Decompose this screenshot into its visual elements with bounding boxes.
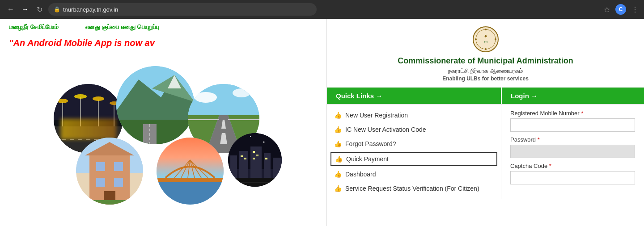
browser-actions: ☆ C ⋮	[604, 4, 639, 15]
link-label-forgot-password: Forgot Password?	[345, 140, 396, 147]
svg-rect-37	[96, 178, 105, 187]
hand-icon-1: 👍	[334, 112, 342, 119]
back-button[interactable]: ←	[5, 5, 16, 13]
link-label-dashboard: Dashboard	[345, 171, 376, 178]
password-input[interactable]	[510, 145, 635, 158]
hand-icon-3: 👍	[334, 140, 342, 147]
hand-icon-5: 👍	[334, 171, 342, 178]
reload-button[interactable]: ↻	[34, 5, 45, 14]
svg-rect-40	[76, 200, 143, 205]
right-panel: ◆ TN Commissionerate of Municipal Admini…	[326, 19, 644, 226]
forward-button[interactable]: →	[20, 5, 30, 13]
left-panel: மழைநீர் சேமிப்போம் எனது குப்பை எனது பொறு…	[0, 19, 326, 226]
hand-icon-4: 👍	[335, 155, 343, 163]
mobile-required: *	[581, 110, 583, 117]
user-avatar: C	[615, 4, 626, 15]
svg-rect-38	[114, 178, 123, 187]
bookmark-icon[interactable]: ☆	[604, 5, 610, 14]
captcha-required: *	[549, 163, 551, 169]
svg-rect-36	[114, 162, 123, 171]
right-content: 👍 New User Registration 👍 IC New User Ac…	[327, 105, 644, 199]
svg-rect-43	[157, 182, 224, 205]
circle-building	[76, 138, 143, 205]
svg-rect-57	[230, 155, 237, 187]
svg-rect-61	[273, 158, 282, 187]
portal-header: ◆ TN Commissionerate of Municipal Admini…	[327, 19, 644, 88]
link-quick-payment[interactable]: 👍 Quick Payment	[330, 152, 497, 166]
mobile-input[interactable]	[510, 118, 635, 132]
svg-point-76	[475, 38, 477, 40]
svg-point-75	[485, 48, 487, 50]
city-images	[9, 57, 318, 200]
garbage-link[interactable]: எனது குப்பை எனது பொறுப்பு	[85, 23, 159, 31]
mobile-label: Registered Mobile Number *	[510, 110, 635, 117]
menu-icon[interactable]: ⋮	[631, 5, 639, 14]
svg-rect-64	[253, 151, 255, 153]
svg-point-53	[237, 139, 237, 140]
svg-rect-66	[253, 158, 255, 159]
marquee-text: "An Android Mobile App is now av	[9, 38, 318, 48]
svg-point-54	[250, 136, 251, 137]
svg-point-7	[93, 96, 104, 101]
main-area: மழைநீர் சேமிப்போம் எனது குப்பை எனது பொறு…	[0, 19, 644, 226]
browser-chrome: ← → ↻ 🔒 tnurbanepay.tn.gov.in ☆ C ⋮	[0, 0, 644, 19]
svg-point-5	[74, 94, 87, 99]
svg-point-55	[263, 142, 265, 143]
top-links: மழைநீர் சேமிப்போம் எனது குப்பை எனது பொறு…	[9, 23, 318, 31]
captcha-label: Captcha Code *	[510, 163, 635, 169]
login-panel: Registered Mobile Number * Password * Ca…	[501, 105, 644, 199]
password-required: *	[538, 136, 540, 143]
portal-subtitle-en: Enabling ULBs for better services	[336, 75, 635, 82]
circle-night-city	[228, 133, 282, 187]
link-label-quick-payment: Quick Payment	[346, 155, 389, 163]
hand-icon-2: 👍	[334, 126, 342, 133]
svg-point-77	[495, 38, 496, 40]
svg-point-23	[233, 88, 250, 97]
svg-point-70	[473, 27, 498, 52]
link-activation-code[interactable]: 👍 IC New User Activation Code	[327, 122, 501, 137]
login-button[interactable]: Login →	[501, 88, 644, 104]
svg-point-56	[272, 137, 273, 138]
rainwater-link[interactable]: மழைநீர் சேமிப்போம்	[9, 23, 59, 31]
url-text: tnurbanepay.tn.gov.in	[63, 6, 118, 13]
svg-rect-63	[244, 158, 246, 159]
svg-point-3	[57, 99, 68, 103]
portal-subtitle-tamil: நகராட்சி நிர்வாக ஆணையரகம்	[336, 67, 635, 75]
lock-icon: 🔒	[54, 6, 60, 13]
quick-links-button[interactable]: Quick Links →	[327, 88, 501, 104]
svg-rect-44	[157, 178, 224, 182]
svg-text:TN: TN	[484, 41, 487, 43]
svg-text:◆: ◆	[484, 34, 487, 38]
svg-rect-65	[256, 155, 258, 156]
link-new-user-registration[interactable]: 👍 New User Registration	[327, 108, 501, 122]
password-label: Password *	[510, 136, 635, 143]
quick-links-list: 👍 New User Registration 👍 IC New User Ac…	[327, 105, 501, 199]
link-label-activation-code: IC New User Activation Code	[345, 126, 426, 133]
address-bar[interactable]: 🔒 tnurbanepay.tn.gov.in	[48, 3, 317, 16]
link-dashboard[interactable]: 👍 Dashboard	[327, 167, 501, 181]
svg-rect-62	[241, 155, 243, 157]
svg-rect-67	[265, 158, 267, 159]
link-forgot-password[interactable]: 👍 Forgot Password?	[327, 137, 501, 151]
portal-title: Commissionerate of Municipal Administrat…	[336, 56, 635, 66]
svg-rect-35	[96, 162, 105, 171]
svg-point-22	[195, 92, 217, 103]
link-label-new-user-registration: New User Registration	[345, 112, 408, 119]
circle-mountain	[116, 66, 195, 144]
emblem: ◆ TN	[472, 26, 499, 53]
svg-point-74	[485, 29, 487, 30]
hand-icon-6: 👍	[334, 185, 342, 192]
portal-actions: Quick Links → Login →	[327, 88, 644, 105]
link-service-request[interactable]: 👍 Service Request Status Verification (F…	[327, 181, 501, 196]
captcha-input[interactable]	[510, 171, 635, 184]
link-label-service-request: Service Request Status Verification (For…	[345, 185, 479, 192]
circle-bridge	[157, 138, 224, 205]
